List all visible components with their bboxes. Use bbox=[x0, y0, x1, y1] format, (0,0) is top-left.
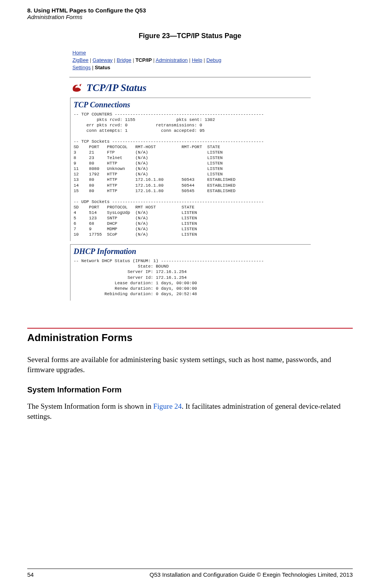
nav-subnav: Settings | Status bbox=[72, 64, 308, 72]
nav-crumbs: ZigBee | Gateway | Bridge | TCP/IP | Adm… bbox=[72, 57, 308, 64]
footer-text: Q53 Installation and Configuration Guide… bbox=[150, 571, 353, 578]
subnav-settings[interactable]: Settings bbox=[72, 65, 91, 70]
dhcp-pre: -- Network DHCP Status (IFNUM: 1) ------… bbox=[74, 258, 308, 297]
subsection-paragraph: The System Information form is shown in … bbox=[27, 401, 353, 421]
dhcp-panel: DHCP Information -- Network DHCP Status … bbox=[70, 244, 311, 301]
tcp-heading: TCP Connections bbox=[74, 100, 308, 109]
chapter-title: 8. Using HTML Pages to Configure the Q53 bbox=[27, 7, 353, 14]
status-page-title: TCP/IP Status bbox=[86, 82, 146, 94]
nav-crumb-zigbee[interactable]: ZigBee bbox=[72, 57, 88, 63]
exegin-logo-icon bbox=[72, 83, 83, 93]
subsection-heading: System Information Form bbox=[27, 385, 353, 394]
running-header: 8. Using HTML Pages to Configure the Q53… bbox=[27, 0, 353, 20]
nav-crumb-bridge[interactable]: Bridge bbox=[117, 57, 132, 63]
nav-home-link[interactable]: Home bbox=[72, 50, 86, 56]
section-paragraph: Several forms are available for administ… bbox=[27, 355, 353, 374]
figure-caption: Figure 23—TCP/IP Status Page bbox=[27, 32, 353, 40]
section-heading: Administration Forms bbox=[27, 332, 353, 344]
figure-24-xref[interactable]: Figure 24 bbox=[153, 402, 182, 410]
divider bbox=[69, 77, 311, 77]
tcp-panel: TCP Connections -- TCP COUNTERS --------… bbox=[70, 98, 311, 242]
page-footer: 54 Q53 Installation and Configuration Gu… bbox=[27, 569, 353, 578]
section-rule bbox=[27, 328, 353, 329]
dhcp-heading: DHCP Information bbox=[74, 247, 308, 256]
screenshot-container: Home ZigBee | Gateway | Bridge | TCP/IP … bbox=[69, 47, 311, 301]
nav-crumb-gateway[interactable]: Gateway bbox=[93, 57, 113, 63]
subsection-text-pre: The System Information form is shown in bbox=[27, 402, 153, 410]
nav-crumb-debug[interactable]: Debug bbox=[206, 57, 221, 63]
screenshot-nav: Home ZigBee | Gateway | Bridge | TCP/IP … bbox=[69, 47, 311, 75]
nav-crumb-help[interactable]: Help bbox=[192, 57, 202, 63]
subnav-status[interactable]: Status bbox=[95, 65, 111, 70]
status-title-row: TCP/IP Status bbox=[69, 80, 311, 98]
footer-page-number: 54 bbox=[27, 571, 34, 578]
nav-crumb-administration[interactable]: Administration bbox=[156, 57, 188, 63]
header-subtitle: Administration Forms bbox=[27, 14, 353, 20]
tcp-pre: -- TCP COUNTERS ------------------------… bbox=[74, 112, 308, 238]
nav-crumb-tcpip[interactable]: TCP/IP bbox=[135, 57, 152, 63]
